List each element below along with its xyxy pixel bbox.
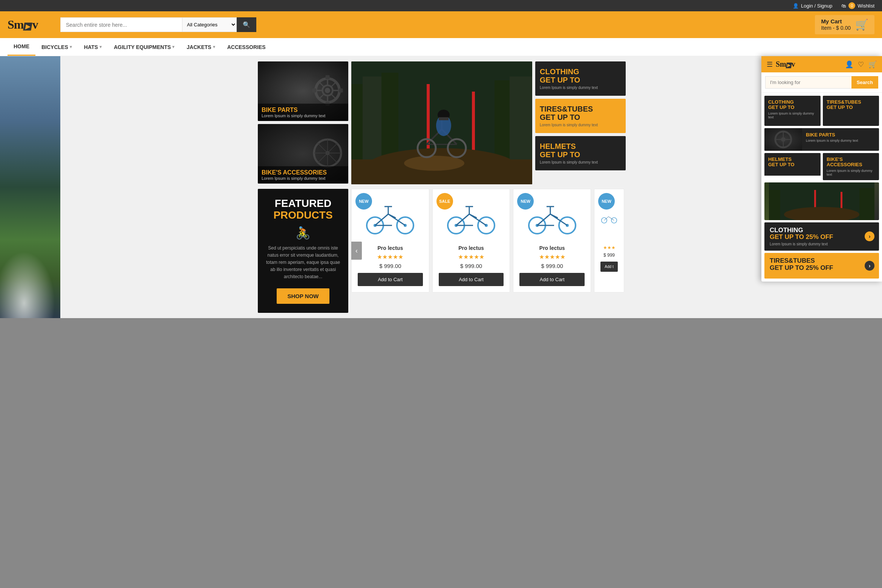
category-select[interactable]: All Categories Bicycles Hats Agility Equ… [182,17,237,32]
search-input[interactable] [60,17,182,32]
product-price-4: $ 999 [603,253,615,258]
featured-description: Sed ut perspiciatis unde omnis iste natu… [265,245,341,281]
hero-center[interactable] [351,61,532,184]
product-card-1: NEW [351,189,429,292]
product-badge-sale-2: SALE [436,193,453,210]
product-card-2: SALE [432,189,510,292]
mobile-clothing-bottom[interactable]: CLOTHINGGET UP TO 25% OFF Lorem Ipsum is… [764,222,879,251]
wishlist-btn[interactable]: 🛍 0 Wishlist [841,2,874,9]
mobile-bike-parts-title: BIKE PARTS [806,132,875,138]
mobile-tires-bottom[interactable]: TIRES&TUBESGET UP TO 25% OFF › [764,253,879,279]
mobile-bike-parts-text: BIKE PARTS Lorem Ipsum is simply dummy t… [802,128,879,151]
search-button[interactable]: 🔍 [237,17,256,32]
mobile-helmets-card[interactable]: HELMETS GET UP TO [764,153,821,180]
mobile-clothing-bottom-title: CLOTHINGGET UP TO 25% OFF [770,227,874,241]
nav-agility[interactable]: AGILITY EQUIPMENTS ▾ [108,39,181,55]
shop-now-button[interactable]: SHOP NOW [277,288,329,304]
svg-rect-27 [427,84,430,159]
nav-hats[interactable]: HATS ▾ [78,39,108,55]
product-stars-2: ★★★★★ [458,253,484,260]
svg-rect-28 [472,92,475,159]
nav-jackets[interactable]: JACKETS ▾ [181,39,221,55]
logo[interactable]: Sm▶v [8,18,53,32]
mobile-menu-icon[interactable]: ☰ [767,60,773,69]
mobile-gear-image [764,128,802,151]
mobile-clothing-desc: Lorem Ipsum is simply dummy text [768,112,817,119]
promo-right: CLOTHING GET UP TO Lorem Ipsum is simply… [535,61,626,184]
svg-rect-11 [326,75,330,80]
product-name-2: Pro lectus [458,245,484,251]
svg-line-10 [319,94,324,99]
mobile-promo-row: CLOTHING GET UP TO Lorem Ipsum is simply… [764,96,879,126]
nav-home[interactable]: HOME [8,38,35,56]
promo-bike-accessories[interactable]: BIKE'S ACCESSORIES Lorem Ipsum is simply… [258,124,348,184]
mobile-search-button[interactable]: Search [851,76,878,89]
svg-line-45 [375,214,388,225]
bg-image [0,56,60,318]
nav-accessories[interactable]: ACCESSORIES [221,39,272,55]
promo-tires[interactable]: TIRES&TUBES GET UP TO Lorem Ipsum is sim… [535,99,626,133]
product-price-3: $ 999.00 [541,263,563,269]
add-to-cart-3[interactable]: Add to Cart [519,273,585,286]
mobile-bike-acc-card[interactable]: BIKE'S ACCESSORIES Lorem Ipsum is simply… [823,153,879,180]
products-grid: NEW [351,189,624,292]
main-wrapper: BIKE PARTS Lorem Ipsum is simply dummy t… [0,56,882,318]
mobile-user-icon[interactable]: 👤 [845,60,853,69]
add-to-cart-2[interactable]: Add to Cart [439,273,504,286]
svg-line-50 [388,214,396,218]
svg-rect-14 [339,89,343,93]
add-to-cart-4[interactable]: Add t [600,262,618,272]
nav-bicycles[interactable]: BICYCLES ▾ [35,39,78,55]
product-name-3: Pro lectus [539,245,565,251]
promo-grid: BIKE PARTS Lorem Ipsum is simply dummy t… [258,61,624,184]
bike-icon: 🚴 [296,226,311,240]
promo-left: BIKE PARTS Lorem Ipsum is simply dummy t… [258,61,348,184]
mobile-wishlist-icon[interactable]: ♡ [858,60,864,69]
product-badge-new-4: NEW [598,193,615,210]
mobile-cart-icon[interactable]: 🛒 [868,60,877,69]
promo-helmets[interactable]: HELMETS GET UP TO Lorem Ipsum is simply … [535,136,626,170]
mobile-bike-parts-card[interactable]: BIKE PARTS Lorem Ipsum is simply dummy t… [764,128,879,151]
mobile-hero-image[interactable] [764,182,879,220]
mobile-tires-card[interactable]: TIRES&TUBES GET UP TO [823,96,879,126]
wishlist-icon: 🛍 [841,3,846,9]
tires-banner-inner: TIRES&TUBES GET UP TO Lorem Ipsum is sim… [535,99,626,133]
chevron-down-icon: ▾ [70,44,72,49]
mobile-clothing-card[interactable]: CLOTHING GET UP TO Lorem Ipsum is simply… [764,96,821,126]
tires-arrow-icon: › [865,261,874,271]
product-name-1: Pro lectus [377,245,403,251]
promo-bike-parts[interactable]: BIKE PARTS Lorem Ipsum is simply dummy t… [258,61,348,121]
cart-widget[interactable]: My Cart Item - $ 0.00 🛒 [815,15,874,34]
mobile-bike-parts-desc: Lorem Ipsum is simply dummy text [806,139,875,142]
cart-label: My Cart Item - $ 0.00 [821,18,851,31]
nav: HOME BICYCLES ▾ HATS ▾ AGILITY EQUIPMENT… [0,38,882,56]
svg-line-73 [604,217,609,220]
login-signup-btn[interactable]: 👤 Login / Signup [793,3,832,9]
bike-parts-label: BIKE PARTS Lorem Ipsum is simply dummy t… [258,104,348,121]
user-icon: 👤 [793,3,799,9]
mobile-search-input[interactable] [765,76,851,89]
clothing-arrow-icon: › [865,231,874,241]
cart-icon: 🛒 [855,18,868,31]
chevron-down-icon: ▾ [213,44,215,49]
carousel-prev-button[interactable]: ‹ [351,242,362,260]
products-section: FEATURED PRODUCTS 🚴 Sed ut perspiciatis … [258,189,624,313]
clothing-title: CLOTHING GET UP TO [540,67,621,84]
mobile-logo[interactable]: Sm▶v [776,60,795,69]
bike-accessories-label: BIKE'S ACCESSORIES Lorem Ipsum is simply… [258,166,348,184]
svg-line-70 [550,214,558,218]
add-to-cart-1[interactable]: Add to Cart [358,273,423,286]
helmets-banner-inner: HELMETS GET UP TO Lorem Ipsum is simply … [535,136,626,170]
svg-line-7 [319,82,324,87]
chevron-down-icon: ▾ [100,44,102,49]
cart-text: My Cart Item - $ 0.00 [821,18,851,31]
svg-line-9 [331,82,336,87]
clothing-banner-inner: CLOTHING GET UP TO Lorem Ipsum is simply… [535,61,626,96]
promo-clothing[interactable]: CLOTHING GET UP TO Lorem Ipsum is simply… [535,61,626,96]
product-card-3: NEW [513,189,591,292]
mobile-header: ☰ Sm▶v 👤 ♡ 🛒 [761,56,882,72]
mobile-panel: ☰ Sm▶v 👤 ♡ 🛒 Search [761,56,882,282]
search-bar: All Categories Bicycles Hats Agility Equ… [60,17,256,32]
svg-point-76 [781,137,786,142]
wishlist-count-badge: 0 [848,2,855,9]
